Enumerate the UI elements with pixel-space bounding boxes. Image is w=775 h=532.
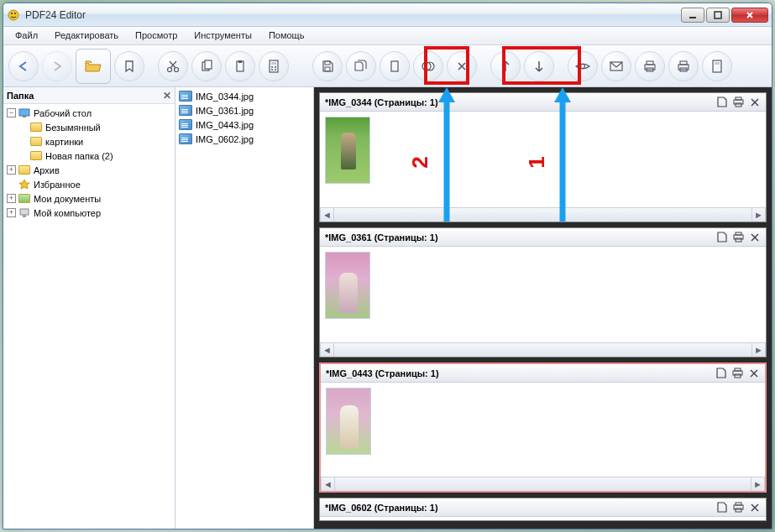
page-thumbnail[interactable] [326, 388, 371, 455]
doc-print-icon[interactable] [731, 368, 743, 379]
print2-button[interactable] [668, 51, 699, 81]
tree-item[interactable]: +Мой компьютер [3, 206, 175, 220]
tree-label: Мой компьютер [34, 208, 101, 218]
window-controls [681, 8, 768, 23]
doc-close-icon[interactable] [749, 96, 761, 108]
scroll-left-icon[interactable]: ◄ [320, 208, 334, 222]
doc-close-icon[interactable] [748, 368, 760, 379]
svg-point-13 [271, 66, 273, 68]
document-card[interactable]: *IMG_0602 (Страницы: 1) [319, 498, 767, 521]
menu-help[interactable]: Помощь [260, 27, 313, 44]
file-item[interactable]: IMG_0344.jpg [175, 89, 313, 103]
doc-save-icon[interactable] [715, 368, 726, 379]
file-name: IMG_0344.jpg [196, 91, 254, 102]
doc-print-icon[interactable] [732, 96, 744, 108]
file-name: IMG_0361.jpg [196, 106, 254, 116]
tree-root[interactable]: − Рабочий стол [3, 106, 175, 120]
expand-icon[interactable]: + [7, 194, 16, 203]
open-button[interactable] [76, 49, 111, 84]
svg-point-22 [581, 64, 585, 68]
new-page-button[interactable] [380, 51, 410, 81]
scroll-right-icon[interactable]: ► [751, 477, 765, 491]
preview-button[interactable] [568, 51, 598, 81]
tree-item[interactable]: Безымянный [3, 120, 175, 134]
print-button[interactable] [635, 51, 665, 81]
document-card[interactable]: *IMG_0361 (Страницы: 1) ◄► [319, 227, 767, 357]
tree-label: картинки [45, 137, 83, 147]
tree-item[interactable]: Новая папка (2) [3, 149, 175, 163]
expand-icon[interactable]: + [7, 165, 16, 175]
collapse-icon[interactable]: − [7, 108, 16, 117]
document-card[interactable]: *IMG_0344 (Страницы: 1) ◄► [319, 92, 767, 222]
merge-button[interactable] [413, 51, 443, 81]
paste-button[interactable] [225, 51, 255, 81]
document-scrollbar[interactable]: ◄► [321, 477, 765, 491]
tree-item[interactable]: картинки [3, 134, 175, 149]
doc-print-icon[interactable] [732, 502, 744, 514]
save-all-button[interactable] [346, 51, 376, 81]
menubar: Файл Редактировать Просмотр Инструменты … [3, 27, 772, 45]
folder-tree[interactable]: − Рабочий стол Безымянный картинки Новая… [3, 104, 175, 529]
back-button[interactable] [8, 51, 39, 81]
doc-save-icon[interactable] [715, 502, 727, 514]
image-file-icon [179, 91, 192, 102]
tree-label: Архив [34, 165, 60, 175]
menu-file[interactable]: Файл [7, 27, 46, 44]
doc-print-icon[interactable] [732, 232, 744, 243]
scroll-right-icon[interactable]: ► [751, 343, 766, 357]
tree-item[interactable]: +Архив [3, 163, 175, 177]
folder-pane-close-icon[interactable]: ✕ [163, 90, 171, 102]
page-thumbnail[interactable] [325, 252, 370, 319]
tree-label: Новая папка (2) [45, 151, 113, 161]
scroll-left-icon[interactable]: ◄ [321, 477, 335, 491]
calc2-button[interactable] [702, 51, 732, 81]
doc-save-icon[interactable] [715, 232, 727, 243]
expand-icon[interactable]: + [7, 208, 16, 217]
menu-view[interactable]: Просмотр [127, 27, 186, 44]
doc-close-icon[interactable] [749, 502, 761, 514]
copy-button[interactable] [191, 51, 222, 81]
bookmark-button[interactable] [114, 51, 144, 81]
file-item[interactable]: IMG_0361.jpg [175, 103, 313, 117]
document-scrollbar[interactable]: ◄► [320, 207, 766, 222]
computer-icon [18, 208, 31, 218]
scroll-left-icon[interactable]: ◄ [320, 343, 334, 357]
svg-rect-35 [23, 215, 26, 217]
tree-label: Избранное [34, 180, 81, 190]
document-title: *IMG_0602 (Страницы: 1) [325, 503, 438, 513]
app-window: PDF24 Editor Файл Редактировать Просмотр… [3, 3, 772, 529]
folder-icon [29, 151, 43, 161]
document-scrollbar[interactable]: ◄► [320, 342, 766, 357]
move-up-button[interactable] [490, 51, 521, 81]
delete-button[interactable] [447, 51, 477, 81]
menu-tools[interactable]: Инструменты [186, 27, 260, 44]
menu-edit[interactable]: Редактировать [46, 27, 127, 44]
doc-close-icon[interactable] [749, 232, 761, 243]
svg-point-2 [14, 13, 16, 14]
svg-rect-32 [19, 109, 29, 116]
page-thumbnail[interactable] [325, 117, 370, 184]
doc-save-icon[interactable] [715, 96, 727, 108]
maximize-button[interactable] [706, 8, 730, 23]
svg-point-15 [271, 69, 273, 70]
email-button[interactable] [601, 51, 631, 81]
document-body [320, 247, 766, 342]
documents-icon [18, 194, 31, 204]
cut-button[interactable] [158, 51, 188, 81]
minimize-button[interactable] [681, 8, 704, 23]
document-card-selected[interactable]: *IMG_0443 (Страницы: 1) ◄► [319, 362, 767, 493]
tree-item[interactable]: Избранное [3, 177, 175, 191]
file-item[interactable]: IMG_0443.jpg [175, 117, 313, 132]
calc-button[interactable] [259, 51, 289, 81]
save-button[interactable] [312, 51, 343, 81]
tree-item[interactable]: +Мои документы [3, 191, 175, 206]
forward-button[interactable] [42, 51, 72, 81]
close-button[interactable] [731, 8, 768, 23]
file-item[interactable]: IMG_0602.jpg [175, 132, 313, 146]
svg-point-0 [8, 10, 18, 20]
move-down-button[interactable] [524, 51, 554, 81]
scroll-right-icon[interactable]: ► [751, 208, 766, 222]
image-file-icon [179, 119, 192, 130]
svg-point-6 [175, 67, 179, 71]
workspace: Папка ✕ − Рабочий стол Безымянный картин… [3, 87, 772, 529]
